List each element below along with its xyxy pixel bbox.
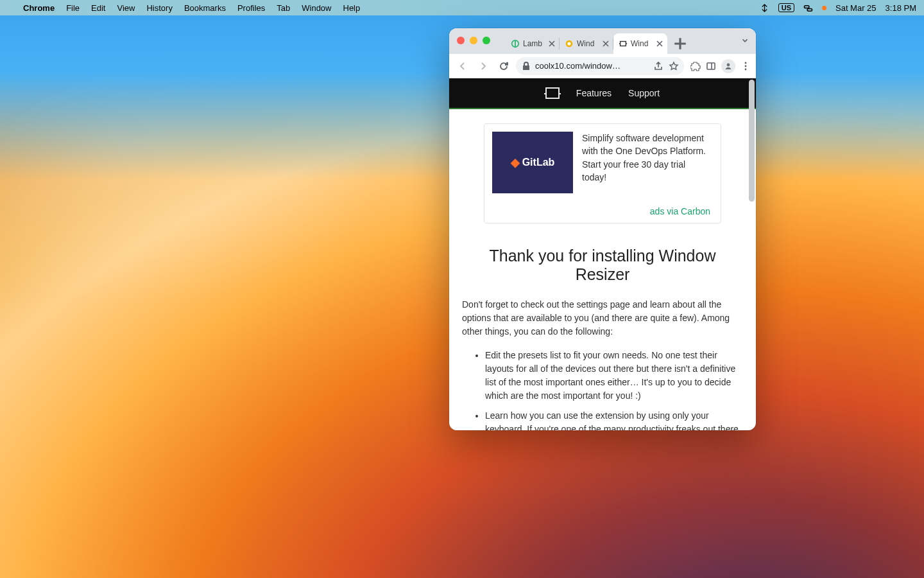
- nav-reload-button[interactable]: [495, 58, 512, 74]
- chrome-toolbar: coolx10.com/window…: [449, 54, 756, 78]
- svg-rect-0: [804, 5, 809, 8]
- tab-close-icon[interactable]: [602, 40, 610, 48]
- share-icon[interactable]: [653, 61, 663, 71]
- window-zoom-button[interactable]: [483, 37, 490, 44]
- chrome-tabstrip: Lamb Wind Wind: [449, 28, 756, 54]
- status-recording-dot-icon: [822, 6, 826, 10]
- svg-point-8: [745, 62, 747, 64]
- menubar-item-window[interactable]: Window: [302, 3, 331, 13]
- page-lead-text: Don't forget to check out the settings p…: [462, 298, 743, 338]
- chrome-menu-icon[interactable]: [740, 61, 751, 71]
- tab-favicon-icon: [511, 39, 520, 48]
- carbon-ad-card[interactable]: ◆ GitLab Simplify software development w…: [484, 123, 721, 223]
- window-minimize-button[interactable]: [470, 37, 477, 44]
- menubar-item-help[interactable]: Help: [343, 3, 361, 13]
- menubar-item-edit[interactable]: Edit: [91, 3, 105, 13]
- svg-point-9: [745, 65, 747, 67]
- window-close-button[interactable]: [457, 37, 465, 44]
- sidepanel-icon[interactable]: [706, 61, 716, 71]
- ad-via-link[interactable]: ads via Carbon: [492, 206, 710, 216]
- control-center-icon[interactable]: [803, 3, 813, 13]
- gitlab-logo-icon: ◆: [511, 155, 520, 170]
- browser-tab-active[interactable]: Wind: [613, 33, 667, 54]
- tab-favicon-icon: [565, 39, 574, 48]
- ad-copy-text: Simplify software development with the O…: [582, 132, 710, 193]
- tab-favicon-resizer-icon: [619, 39, 628, 48]
- extensions-icon[interactable]: [690, 61, 701, 71]
- menubar-item-bookmarks[interactable]: Bookmarks: [184, 3, 226, 13]
- menubar-time[interactable]: 3:18 PM: [886, 3, 916, 13]
- omnibox-url: coolx10.com/window…: [535, 61, 649, 71]
- page-heading: Thank you for installing Window Resizer: [462, 247, 743, 284]
- svg-rect-5: [620, 42, 626, 46]
- ad-logo-gitlab: ◆ GitLab: [492, 132, 573, 193]
- svg-point-4: [567, 42, 570, 45]
- menubar-date[interactable]: Sat Mar 25: [835, 3, 877, 13]
- status-network-icon[interactable]: [760, 3, 769, 13]
- tab-title: Wind: [631, 39, 653, 48]
- tab-search-dropdown-icon[interactable]: [740, 36, 749, 48]
- nav-link-support[interactable]: Support: [628, 88, 660, 98]
- svg-point-7: [727, 63, 730, 66]
- menubar-app-name[interactable]: Chrome: [23, 3, 55, 13]
- tab-close-icon[interactable]: [656, 40, 663, 48]
- list-item: Learn how you can use the extension by u…: [485, 409, 743, 430]
- browser-tab[interactable]: Lamb: [506, 33, 560, 54]
- tab-title: Lamb: [523, 39, 545, 48]
- chrome-window: Lamb Wind Wind: [449, 28, 756, 430]
- list-item: Edit the presets list to fit your own ne…: [485, 349, 743, 403]
- svg-rect-1: [807, 8, 812, 11]
- scrollbar-thumb[interactable]: [749, 80, 755, 202]
- page-scrollbar[interactable]: [749, 80, 755, 429]
- nav-link-features[interactable]: Features: [576, 88, 612, 98]
- omnibox[interactable]: coolx10.com/window…: [516, 57, 684, 75]
- lock-icon: [521, 61, 531, 71]
- menubar-item-tab[interactable]: Tab: [277, 3, 290, 13]
- nav-back-button[interactable]: [454, 58, 471, 74]
- window-controls: [457, 37, 490, 44]
- site-logo-icon[interactable]: [545, 87, 560, 99]
- menubar-item-view[interactable]: View: [117, 3, 135, 13]
- bookmark-star-icon[interactable]: [669, 61, 679, 71]
- tab-title: Wind: [577, 39, 599, 48]
- macos-menubar: Chrome File Edit View History Bookmarks …: [0, 0, 924, 15]
- tab-close-icon[interactable]: [548, 40, 556, 48]
- ad-brand-label: GitLab: [522, 157, 555, 168]
- new-tab-button[interactable]: [671, 35, 689, 53]
- menubar-item-file[interactable]: File: [66, 3, 80, 13]
- svg-point-10: [745, 68, 747, 70]
- page-viewport: Features Support ◆ GitLab Simplify softw…: [449, 78, 756, 430]
- svg-rect-6: [707, 63, 715, 69]
- menubar-item-history[interactable]: History: [146, 3, 172, 13]
- feature-bullet-list: Edit the presets list to fit your own ne…: [462, 349, 743, 430]
- menubar-item-profiles[interactable]: Profiles: [237, 3, 265, 13]
- input-source-indicator[interactable]: US: [778, 3, 794, 12]
- browser-tab[interactable]: Wind: [560, 33, 613, 54]
- nav-forward-button[interactable]: [475, 58, 492, 74]
- site-navbar: Features Support: [449, 78, 756, 109]
- profile-avatar-icon[interactable]: [721, 59, 735, 73]
